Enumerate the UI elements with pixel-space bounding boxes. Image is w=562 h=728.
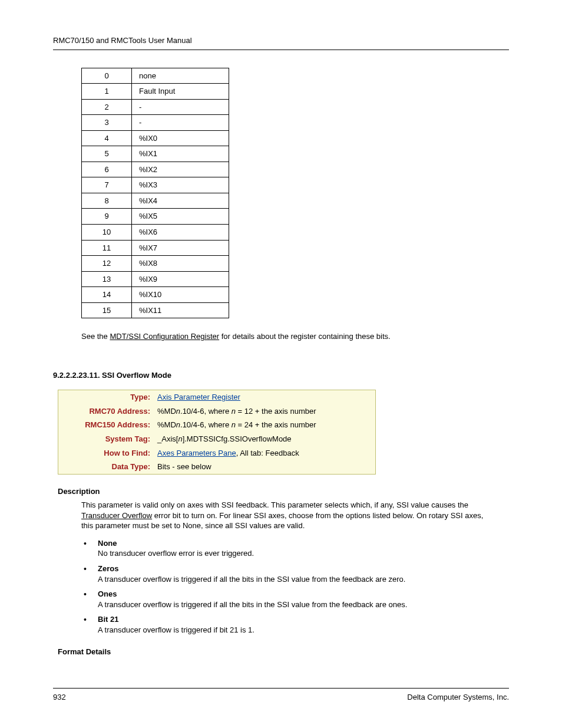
bit-number: 3 (82, 115, 132, 131)
type-label: Type: (58, 390, 154, 404)
bit-number: 6 (82, 162, 132, 177)
table-row: 10%IX6 (82, 225, 229, 241)
rmc70-label: RMC70 Address: (58, 404, 154, 419)
bits-table: 0none1Fault Input2-3-4%IX05%IX16%IX27%IX… (81, 68, 229, 319)
table-row: 11%IX7 (82, 240, 229, 256)
table-row: 13%IX9 (82, 271, 229, 287)
axes-parameters-pane-link[interactable]: Axes Parameters Pane (157, 449, 236, 457)
table-row: 8%IX4 (82, 193, 229, 209)
info-row-rmc70: RMC70 Address: %MDn.10/4-6, where n = 12… (58, 404, 376, 419)
option-body: A transducer overflow is triggered if bi… (98, 625, 254, 634)
rmc150-label: RMC150 Address: (58, 418, 154, 432)
bit-value: %IX4 (132, 193, 229, 209)
bit-value: - (132, 99, 229, 115)
option-title: Zeros (98, 564, 497, 574)
bit-number: 2 (82, 99, 132, 115)
list-item: Bit 21A transducer overflow is triggered… (81, 614, 497, 635)
bit-value: none (132, 68, 229, 84)
bit-value: Fault Input (132, 84, 229, 100)
info-row-type: Type: Axis Parameter Register (58, 390, 376, 404)
option-body: No transducer overflow error is ever tri… (98, 549, 254, 558)
transducer-overflow-link[interactable]: Transducer Overflow (81, 511, 152, 520)
bit-number: 13 (82, 271, 132, 287)
table-row: 0none (82, 68, 229, 84)
option-body: A transducer overflow is triggered if al… (98, 600, 407, 609)
bit-value: %IX9 (132, 271, 229, 287)
option-body: A transducer overflow is triggered if al… (98, 575, 405, 584)
rmc70-value: %MDn.10/4-6, where n = 12 + the axis num… (154, 404, 376, 419)
bit-value: %IX0 (132, 130, 229, 146)
howfind-value: Axes Parameters Pane, All tab: Feedback (154, 446, 376, 460)
page-footer: 932 Delta Computer Systems, Inc. (53, 688, 509, 703)
axis-parameter-register-link[interactable]: Axis Parameter Register (157, 393, 240, 401)
table-row: 12%IX8 (82, 256, 229, 272)
table-row: 1Fault Input (82, 84, 229, 100)
see-post: for details about the register containin… (219, 332, 391, 341)
list-item: OnesA transducer overflow is triggered i… (81, 589, 497, 610)
bit-value: %IX1 (132, 146, 229, 162)
bit-number: 7 (82, 177, 132, 193)
see-paragraph: See the MDT/SSI Configuration Register f… (81, 331, 509, 342)
bit-number: 10 (82, 225, 132, 241)
info-row-datatype: Data Type: Bits - see below (58, 460, 376, 474)
bit-value: %IX8 (132, 256, 229, 272)
bit-number: 1 (82, 84, 132, 100)
bit-number: 8 (82, 193, 132, 209)
bit-number: 4 (82, 130, 132, 146)
bit-value: %IX5 (132, 209, 229, 225)
see-pre: See the (81, 332, 110, 341)
bit-number: 15 (82, 302, 132, 318)
option-title: Bit 21 (98, 614, 497, 625)
table-row: 4%IX0 (82, 130, 229, 146)
table-row: 6%IX2 (82, 162, 229, 177)
bit-value: %IX7 (132, 240, 229, 256)
datatype-value: Bits - see below (154, 460, 376, 474)
bit-number: 12 (82, 256, 132, 272)
datatype-label: Data Type: (58, 460, 154, 474)
table-row: 2- (82, 99, 229, 115)
description-paragraph: This parameter is valid only on axes wit… (81, 500, 497, 531)
options-list: NoneNo transducer overflow error is ever… (81, 538, 497, 635)
format-details-heading: Format Details (58, 647, 509, 657)
info-row-howfind: How to Find: Axes Parameters Pane, All t… (58, 446, 376, 460)
description-heading: Description (58, 486, 509, 497)
table-row: 3- (82, 115, 229, 131)
list-item: NoneNo transducer overflow error is ever… (81, 538, 497, 559)
bit-number: 11 (82, 240, 132, 256)
header-rule (53, 50, 509, 50)
bit-number: 9 (82, 209, 132, 225)
bit-value: %IX11 (132, 302, 229, 318)
bit-value: %IX6 (132, 225, 229, 241)
table-row: 9%IX5 (82, 209, 229, 225)
bit-value: - (132, 115, 229, 131)
company-name: Delta Computer Systems, Inc. (407, 692, 509, 703)
table-row: 14%IX10 (82, 287, 229, 303)
page-header: RMC70/150 and RMCTools User Manual (53, 35, 509, 46)
desc-pre: This parameter is valid only on axes wit… (81, 500, 468, 509)
bit-value: %IX3 (132, 177, 229, 193)
bit-number: 14 (82, 287, 132, 303)
info-table: Type: Axis Parameter Register RMC70 Addr… (58, 390, 376, 474)
info-row-systag: System Tag: _Axis[n].MDTSSICfg.SSIOverfl… (58, 432, 376, 446)
bit-value: %IX10 (132, 287, 229, 303)
mdt-ssi-link[interactable]: MDT/SSI Configuration Register (110, 332, 219, 341)
table-row: 5%IX1 (82, 146, 229, 162)
bit-value: %IX2 (132, 162, 229, 177)
info-row-rmc150: RMC150 Address: %MDn.10/4-6, where n = 2… (58, 418, 376, 432)
rmc150-value: %MDn.10/4-6, where n = 24 + the axis num… (154, 418, 376, 432)
howfind-label: How to Find: (58, 446, 154, 460)
section-heading: 9.2.2.2.23.11. SSI Overflow Mode (53, 370, 509, 381)
list-item: ZerosA transducer overflow is triggered … (81, 564, 497, 584)
systag-value: _Axis[n].MDTSSICfg.SSIOverflowMode (154, 432, 376, 446)
table-row: 15%IX11 (82, 302, 229, 318)
bit-number: 0 (82, 68, 132, 84)
table-row: 7%IX3 (82, 177, 229, 193)
bit-number: 5 (82, 146, 132, 162)
systag-label: System Tag: (58, 432, 154, 446)
page-number: 932 (53, 692, 66, 703)
option-title: None (98, 538, 497, 549)
option-title: Ones (98, 589, 497, 599)
